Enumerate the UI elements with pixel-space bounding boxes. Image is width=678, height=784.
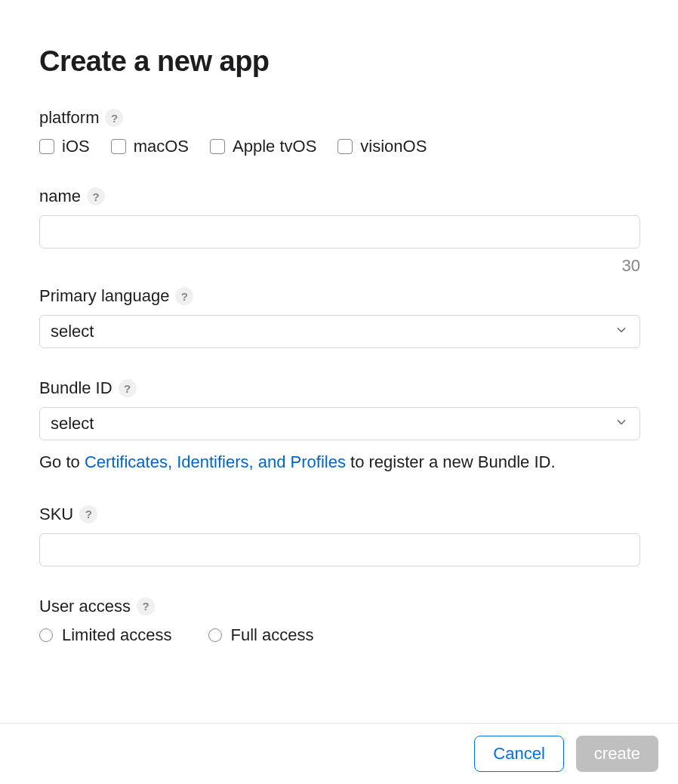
page-title: Create a new app — [39, 45, 640, 78]
radio-icon[interactable] — [208, 628, 222, 642]
checkbox-icon[interactable] — [337, 139, 353, 154]
help-icon[interactable]: ? — [105, 109, 123, 127]
platform-option-label: iOS — [62, 137, 90, 156]
bundle-id-field: Bundle ID ? select Go to Certificates, I… — [39, 378, 640, 474]
platform-field: platform ? iOS macOS Apple tvOS visionOS — [39, 108, 640, 156]
help-icon[interactable]: ? — [87, 187, 105, 205]
sku-label: SKU — [39, 505, 73, 524]
platform-option-label: visionOS — [360, 137, 427, 156]
platform-option-label: macOS — [134, 137, 189, 156]
primary-language-label: Primary language — [39, 286, 169, 306]
cancel-button[interactable]: Cancel — [474, 736, 563, 772]
name-counter: 30 — [39, 256, 640, 276]
bundle-id-select[interactable]: select — [39, 407, 640, 440]
user-access-option-full[interactable]: Full access — [208, 625, 314, 645]
name-label: name — [39, 187, 81, 206]
primary-language-select[interactable]: select — [39, 315, 640, 348]
bundle-id-hint: Go to Certificates, Identifiers, and Pro… — [39, 451, 640, 474]
name-input[interactable] — [39, 215, 640, 248]
platform-option-macos[interactable]: macOS — [111, 137, 189, 156]
radio-icon[interactable] — [39, 628, 53, 642]
bundle-id-label: Bundle ID — [39, 378, 112, 398]
primary-language-field: Primary language ? select — [39, 286, 640, 348]
dialog-footer: Cancel create — [0, 723, 678, 784]
checkbox-icon[interactable] — [111, 139, 126, 154]
checkbox-icon[interactable] — [210, 139, 225, 154]
certificates-link[interactable]: Certificates, Identifiers, and Profiles — [85, 452, 346, 471]
platform-label: platform — [39, 108, 99, 128]
create-button[interactable]: create — [576, 736, 658, 772]
hint-prefix: Go to — [39, 452, 85, 471]
help-icon[interactable]: ? — [119, 379, 137, 397]
user-access-option-label: Limited access — [62, 625, 172, 645]
help-icon[interactable]: ? — [79, 505, 97, 523]
platform-option-ios[interactable]: iOS — [39, 137, 90, 156]
platform-option-label: Apple tvOS — [233, 137, 316, 156]
platform-option-visionos[interactable]: visionOS — [337, 137, 427, 156]
hint-suffix: to register a new Bundle ID. — [346, 452, 556, 471]
user-access-option-limited[interactable]: Limited access — [39, 625, 172, 645]
user-access-field: User access ? Limited access Full access — [39, 597, 640, 645]
name-field: name ? 30 — [39, 187, 640, 276]
user-access-option-label: Full access — [231, 625, 314, 645]
sku-input[interactable] — [39, 533, 640, 566]
user-access-label: User access — [39, 597, 131, 616]
sku-field: SKU ? — [39, 505, 640, 566]
platform-option-tvos[interactable]: Apple tvOS — [210, 137, 316, 156]
help-icon[interactable]: ? — [137, 597, 155, 616]
help-icon[interactable]: ? — [175, 287, 193, 305]
checkbox-icon[interactable] — [39, 139, 54, 154]
